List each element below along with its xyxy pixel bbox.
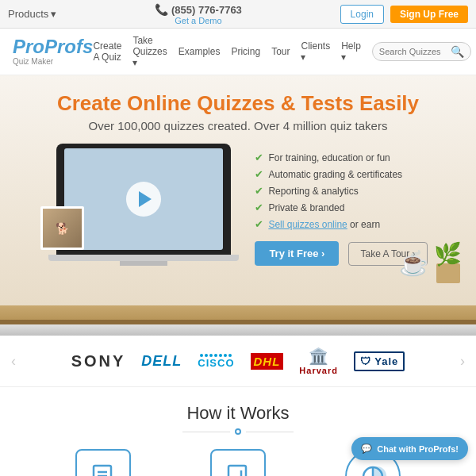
signup-button[interactable]: Sign Up Free bbox=[390, 6, 468, 23]
yale-shield-icon: 🛡 bbox=[360, 355, 371, 367]
phone-number: (855) 776-7763 bbox=[171, 4, 242, 16]
nav-create-quiz[interactable]: Create A Quiz bbox=[93, 40, 121, 63]
logo-pro: Pro bbox=[13, 37, 44, 56]
svg-rect-4 bbox=[228, 466, 246, 476]
top-bar-center: 📞 (855) 776-7763 Get a Demo bbox=[155, 3, 242, 25]
check-icon-1: ✔ bbox=[255, 152, 263, 163]
harvard-text: Harvard bbox=[299, 366, 338, 375]
create-quiz-icon bbox=[75, 449, 131, 476]
nav-examples[interactable]: Examples bbox=[178, 46, 221, 57]
hero-section: Create Online Quizzes & Tests Easily Ove… bbox=[0, 75, 476, 305]
yale-text: Yale bbox=[374, 355, 398, 367]
divider-line-right bbox=[246, 432, 294, 432]
chat-widget[interactable]: 💬 Chat with ProProfs! bbox=[351, 437, 468, 460]
feature-5: ✔ Sell quizzes online or earn bbox=[255, 218, 427, 230]
login-button[interactable]: Login bbox=[340, 5, 384, 24]
divider-dot bbox=[235, 428, 241, 435]
how-title: How it Works bbox=[16, 403, 460, 424]
photo-frame-inner: 🐕 bbox=[43, 209, 82, 248]
try-free-button[interactable]: Try it Free › bbox=[255, 241, 339, 266]
top-bar: Products ▾ 📞 (855) 776-7763 Get a Demo L… bbox=[0, 0, 476, 29]
top-bar-right: Login Sign Up Free bbox=[340, 5, 468, 24]
feature-3: ✔ Reporting & analytics bbox=[255, 185, 427, 197]
share-quiz-icon bbox=[210, 449, 266, 476]
harvard-logo: 🏛️ Harvard bbox=[299, 347, 338, 375]
dell-logo: DELL bbox=[141, 353, 182, 370]
cisco-text: CISCO bbox=[198, 357, 234, 369]
get-demo-link[interactable]: Get a Demo bbox=[155, 16, 242, 25]
harvard-shield-icon: 🏛️ bbox=[309, 347, 329, 366]
play-button[interactable] bbox=[126, 182, 161, 217]
feature-label-5: Sell quizzes online or earn bbox=[268, 219, 380, 230]
phone-icon: 📞 bbox=[155, 3, 168, 16]
laptop-area: 🐕 bbox=[48, 144, 239, 266]
main-nav: Create A Quiz Take Quizzes ▾ Examples Pr… bbox=[93, 35, 470, 68]
products-menu[interactable]: Products ▾ bbox=[8, 8, 56, 20]
products-label: Products bbox=[8, 8, 48, 20]
laptop-screen bbox=[64, 148, 223, 250]
chat-icon: 💬 bbox=[361, 443, 372, 454]
nav-tour[interactable]: Tour bbox=[271, 46, 290, 57]
cisco-logo: CISCO bbox=[198, 354, 234, 369]
laptop-stand bbox=[120, 261, 167, 266]
logo-sub: Quiz Maker bbox=[13, 58, 93, 66]
logo-nav: Pro Profs Quiz Maker Create A Quiz Take … bbox=[0, 29, 476, 75]
nav-help[interactable]: Help ▾ bbox=[341, 40, 361, 63]
how-divider bbox=[16, 428, 460, 435]
coffee-cup-icon: ☕ bbox=[399, 249, 428, 277]
carousel-left-arrow[interactable]: ‹ bbox=[8, 350, 19, 373]
chevron-down-icon: ▾ bbox=[51, 8, 56, 20]
carousel-right-arrow[interactable]: › bbox=[457, 350, 468, 373]
feature-2: ✔ Automatic grading & certificates bbox=[255, 168, 427, 180]
feature-label-4: Private & branded bbox=[268, 202, 344, 213]
feature-label-1: For training, education or fun bbox=[268, 152, 390, 163]
desk-surface bbox=[0, 305, 476, 320]
feature-label-2: Automatic grading & certificates bbox=[268, 169, 402, 180]
logos-row: SONY DELL CISCO DHL 🏛️ Harvard 🛡 Yale bbox=[19, 347, 457, 375]
feature-label-3: Reporting & analytics bbox=[268, 186, 358, 197]
feature-1: ✔ For training, education or fun bbox=[255, 152, 427, 163]
check-icon-3: ✔ bbox=[255, 185, 263, 197]
laptop-base bbox=[48, 255, 239, 261]
photo-frame: 🐕 bbox=[40, 206, 84, 250]
sell-quizzes-link[interactable]: Sell quizzes online bbox=[268, 219, 347, 230]
plant-leaves-icon: 🌿 bbox=[434, 241, 462, 267]
chat-label: Chat with ProProfs! bbox=[377, 444, 459, 454]
search-icon: 🔍 bbox=[451, 45, 464, 58]
nav-pricing[interactable]: Pricing bbox=[231, 46, 260, 57]
hero-title: Create Online Quizzes & Tests Easily bbox=[16, 91, 460, 116]
sony-logo: SONY bbox=[71, 352, 126, 370]
hero-content: 🐕 ✔ For training, education or fun ✔ Aut… bbox=[16, 144, 460, 266]
logos-section: ‹ SONY DELL CISCO DHL 🏛️ Harvard 🛡 Yale … bbox=[0, 336, 476, 387]
search-box[interactable]: 🔍 bbox=[372, 42, 471, 61]
desk-legs bbox=[0, 324, 476, 336]
dhl-logo: DHL bbox=[251, 353, 284, 370]
check-icon-4: ✔ bbox=[255, 202, 263, 213]
top-bar-left: Products ▾ bbox=[8, 8, 56, 20]
hero-subtitle: Over 100,000 quizzes created. Over 4 mil… bbox=[16, 119, 460, 132]
logo-profs: Profs bbox=[44, 37, 93, 56]
plant: 🌿 bbox=[434, 241, 462, 283]
logo[interactable]: Pro Profs Quiz Maker bbox=[13, 37, 93, 66]
svg-rect-0 bbox=[94, 466, 111, 476]
nav-clients[interactable]: Clients ▾ bbox=[301, 40, 330, 63]
how-card-create: Create A Quiz bbox=[48, 449, 159, 476]
search-input[interactable] bbox=[379, 47, 451, 56]
check-icon-5: ✔ bbox=[255, 218, 263, 230]
hero-features: ✔ For training, education or fun ✔ Autom… bbox=[255, 144, 427, 266]
nav-take-quizzes[interactable]: Take Quizzes ▾ bbox=[132, 35, 167, 68]
yale-logo: 🛡 Yale bbox=[354, 351, 405, 371]
how-it-works-section: How it Works Create A Quiz bbox=[0, 387, 476, 476]
check-icon-2: ✔ bbox=[255, 168, 263, 180]
how-card-share: Share Your Quiz bbox=[182, 449, 294, 476]
divider-line-left bbox=[182, 432, 230, 432]
feature-4: ✔ Private & branded bbox=[255, 202, 427, 213]
